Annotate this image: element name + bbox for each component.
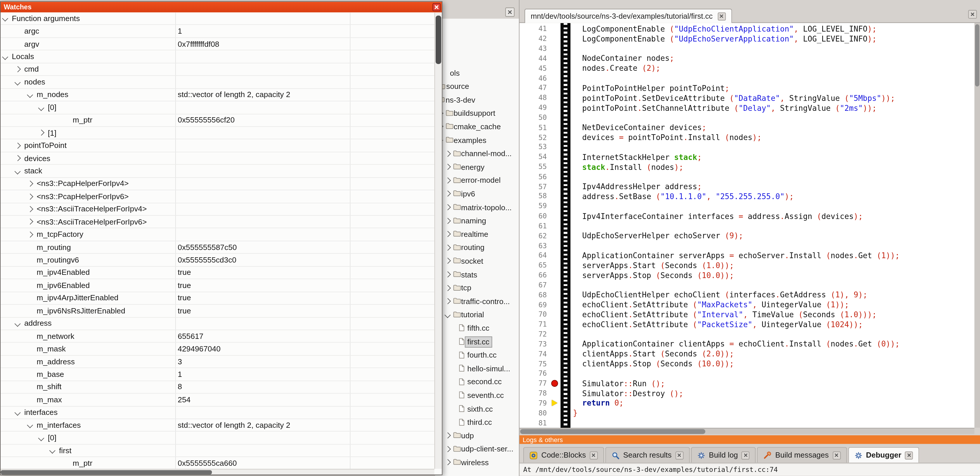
chevron-right-icon[interactable] [445, 246, 450, 250]
line-number[interactable]: 58 [520, 192, 550, 201]
line-number[interactable]: 52 [520, 133, 550, 142]
chevron-right-icon[interactable] [445, 178, 450, 182]
tree-item-ns-3-dev[interactable]: ns-3-dev [435, 93, 519, 107]
close-icon[interactable] [590, 451, 598, 459]
code-line[interactable]: 49 pointToPoint.SetChannelAttribute ("De… [520, 103, 980, 113]
chevron-right-icon[interactable] [28, 207, 37, 211]
line-number[interactable]: 80 [520, 409, 550, 417]
marker-slot[interactable] [550, 113, 560, 123]
line-number[interactable]: 72 [520, 331, 550, 339]
chevron-down-icon[interactable] [3, 55, 12, 59]
chevron-right-icon[interactable] [28, 182, 37, 186]
tree-item-realtime[interactable]: realtime [435, 228, 519, 241]
chevron-right-icon[interactable] [445, 447, 450, 451]
watch-row-m-interfaces[interactable]: m_interfacesstd::vector of length 2, cap… [1, 419, 435, 431]
code-line[interactable]: 41 LogComponentEnable ("UdpEchoClientApp… [520, 24, 980, 34]
marker-slot[interactable] [550, 369, 560, 379]
tree-item-first-cc[interactable]: first.cc [435, 335, 519, 348]
code-line[interactable]: 79 return 0; [520, 398, 980, 408]
code-line[interactable]: 58 address.SetBase ("10.1.1.0", "255.255… [520, 192, 980, 201]
tree-item-wireless[interactable]: wireless [435, 456, 519, 470]
marker-slot[interactable] [550, 162, 560, 172]
line-number[interactable]: 57 [520, 183, 550, 191]
chevron-right-icon[interactable] [445, 259, 450, 263]
marker-slot[interactable] [550, 251, 560, 260]
tree-item-stats[interactable]: stats [435, 268, 519, 281]
code-line[interactable]: 59 [520, 201, 980, 211]
current-line-arrow[interactable] [550, 398, 560, 408]
tree-item-naming[interactable]: naming [435, 214, 519, 228]
line-number[interactable]: 63 [520, 242, 550, 250]
line-number[interactable]: 51 [520, 124, 550, 132]
code-line[interactable]: 43 [520, 44, 980, 54]
close-icon[interactable] [675, 451, 683, 459]
line-number[interactable]: 64 [520, 251, 550, 260]
tree-item-traffic-contro[interactable]: traffic-contro... [435, 295, 519, 308]
line-number[interactable]: 70 [520, 310, 550, 319]
marker-slot[interactable] [550, 172, 560, 182]
watch-row-function-arguments[interactable]: Function arguments [1, 13, 435, 25]
code-editor[interactable]: 41 LogComponentEnable ("UdpEchoClientApp… [520, 23, 980, 428]
tree-item-energy[interactable]: energy [435, 161, 519, 174]
watch-row-devices[interactable]: devices [1, 152, 435, 165]
marker-slot[interactable] [550, 24, 560, 34]
marker-slot[interactable] [550, 221, 560, 231]
marker-slot[interactable] [550, 310, 560, 319]
watch-row-m-shift[interactable]: m_shift8 [1, 381, 435, 393]
logs-tab-build-log[interactable]: Build log [691, 447, 756, 463]
code-line[interactable]: 52 devices = pointToPoint.Install (nodes… [520, 133, 980, 142]
line-number[interactable]: 60 [520, 212, 550, 220]
line-number[interactable]: 78 [520, 389, 550, 397]
line-number[interactable]: 46 [520, 74, 550, 83]
watches-titlebar[interactable]: Watches [1, 2, 442, 12]
marker-slot[interactable] [550, 408, 560, 418]
line-number[interactable]: 76 [520, 370, 550, 378]
logs-tab-code-blocks[interactable]: Code::Blocks [523, 447, 604, 463]
chevron-right-icon[interactable] [16, 144, 24, 148]
line-number[interactable]: 75 [520, 359, 550, 368]
code-line[interactable]: 81 [520, 418, 980, 428]
code-line[interactable]: 64 ApplicationContainer serverApps = ech… [520, 251, 980, 260]
code-line[interactable]: 73 ApplicationContainer clientApps = ech… [520, 339, 980, 349]
tree-item-cmake-cache[interactable]: cmake_cache [435, 120, 519, 134]
tree-item-udp[interactable]: udp [435, 429, 519, 442]
marker-slot[interactable] [550, 83, 560, 93]
watch-row-m-ipv4arpjitterenabled[interactable]: m_ipv4ArpJitterEnabledtrue [1, 292, 435, 305]
code-line[interactable]: 69 echoClient.SetAttribute ("MaxPackets"… [520, 300, 980, 310]
line-number[interactable]: 41 [520, 25, 550, 34]
code-line[interactable]: 48 pointToPoint.SetDeviceAttribute ("Dat… [520, 93, 980, 103]
tree-item-third-cc[interactable]: third.cc [435, 416, 519, 429]
chevron-down-icon[interactable] [16, 169, 24, 173]
line-number[interactable]: 56 [520, 173, 550, 181]
marker-slot[interactable] [550, 260, 560, 270]
watch-row-m-nodes[interactable]: m_nodesstd::vector of length 2, capacity… [1, 89, 435, 101]
watch-row-m-base[interactable]: m_base1 [1, 368, 435, 381]
line-number[interactable]: 74 [520, 350, 550, 358]
watch-row-m-routing[interactable]: m_routing0x555555587c50 [1, 241, 435, 254]
marker-slot[interactable] [550, 300, 560, 310]
line-number[interactable]: 53 [520, 143, 550, 152]
marker-slot[interactable] [550, 388, 560, 398]
chevron-right-icon[interactable] [445, 165, 450, 169]
line-number[interactable]: 42 [520, 35, 550, 43]
code-line[interactable]: 53 [520, 142, 980, 152]
line-number[interactable]: 81 [520, 419, 550, 427]
marker-slot[interactable] [550, 34, 560, 44]
watch-row-stack[interactable]: stack [1, 165, 435, 177]
line-number[interactable]: 45 [520, 65, 550, 73]
chevron-right-icon[interactable] [445, 273, 450, 276]
watch-row-m-network[interactable]: m_network655617 [1, 330, 435, 343]
code-line[interactable]: 55 stack.Install (nodes); [520, 162, 980, 172]
marker-slot[interactable] [550, 64, 560, 73]
marker-slot[interactable] [550, 44, 560, 54]
close-icon[interactable] [905, 451, 913, 459]
line-number[interactable]: 62 [520, 232, 550, 240]
watch-row-cmd[interactable]: cmd [1, 63, 435, 76]
watch-row-m-mask[interactable]: m_mask4294967040 [1, 343, 435, 356]
watch-row-interfaces[interactable]: interfaces [1, 406, 435, 419]
chevron-right-icon[interactable] [445, 205, 450, 209]
watch-row-ns3-pcaphelperforipv4[interactable]: <ns3::PcapHelperForIpv4> [1, 178, 435, 190]
logs-panel-titlebar[interactable]: Logs & others [520, 435, 980, 444]
tree-item-udp-client-ser[interactable]: udp-client-ser... [435, 442, 519, 456]
chevron-right-icon[interactable] [445, 460, 450, 465]
